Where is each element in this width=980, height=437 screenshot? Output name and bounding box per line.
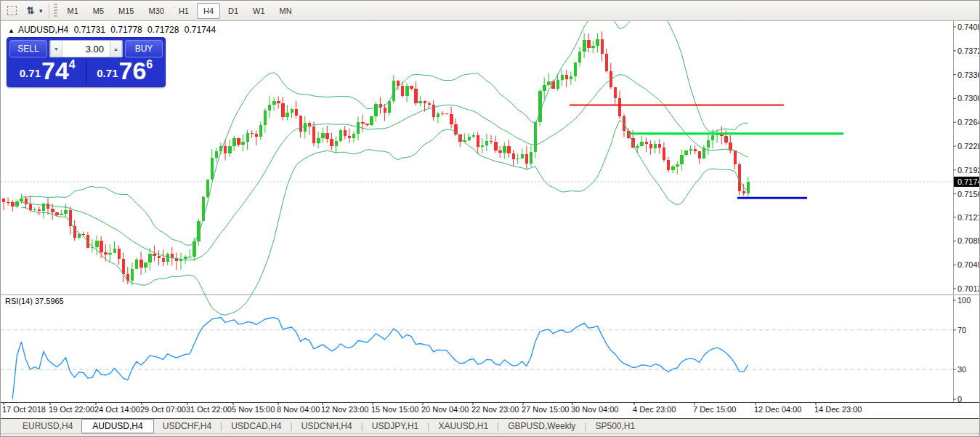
chart-tab-eurusd-h4[interactable]: EURUSD,H4 [14,420,81,433]
bottom-strip [1,433,980,437]
time-tick-label: 4 Dec 23:00 [633,405,676,414]
rsi-tick-label: 0 [957,395,962,404]
ohlc-open: 0.71731 [74,25,105,35]
ohlc-high: 0.71778 [110,25,142,35]
chart-tab-audusd-h4[interactable]: AUDUSD,H4 [81,419,153,433]
selection-rectangle-icon[interactable] [4,3,20,19]
timeframe-button-m1[interactable]: M1 [61,3,85,19]
price-axis[interactable]: 0.740800.737200.733600.730000.726400.722… [953,23,980,293]
time-tick-label: 12 Nov 23:00 [321,405,368,414]
timeframe-button-w1[interactable]: W1 [246,3,272,19]
indicators-dropdown-caret-icon[interactable]: ▾ [39,7,43,15]
chart-tab-sp500-h1[interactable]: SP500,H1 [587,420,644,433]
ohlc-low: 0.71728 [147,25,179,35]
timeframe-button-m30[interactable]: M30 [142,3,171,19]
timeframe-button-m15[interactable]: M15 [112,3,140,19]
chart-tab-usdchf-h4[interactable]: USDCHF,H4 [154,420,220,433]
sell-price-prefix: 0.71 [20,67,41,79]
timeframe-button-h1[interactable]: H1 [172,3,195,19]
time-tick-label: 12 Dec 04:00 [754,405,801,414]
current-price-tag: 0.71744 [957,177,980,186]
time-tick-label: 31 Oct 22:00 [186,405,232,414]
sell-button[interactable]: SELL [9,40,47,57]
time-tick-label: 15 Nov 15:00 [371,405,418,414]
price-tick-label: 0.73720 [957,47,980,55]
time-tick-label: 29 Oct 07:00 [140,405,186,414]
toolbar-grip [54,4,57,18]
chart-tabs-bar: EURUSD,H4AUDUSD,H4USDCHF,H4|USDCAD,H4|US… [1,419,980,433]
sell-price-pip: 4 [69,58,76,71]
time-tick-label: 24 Oct 14:00 [94,405,140,414]
time-tick-label: 20 Nov 04:00 [421,405,469,414]
price-tick-label: 0.72280 [957,142,980,151]
price-tick-label: 0.71210 [957,213,980,222]
price-tick-label: 0.73360 [957,71,980,79]
price-tick-label: 0.72640 [957,118,980,127]
symbol-period: AUDUSD,H4 [18,25,68,35]
volume-decrease-button[interactable]: ▼ [50,41,62,57]
panel-collapse-icon[interactable]: ▲ [8,27,15,34]
time-tick-label: 19 Oct 22:00 [49,405,94,414]
volume-increase-button[interactable]: ▲ [110,41,122,57]
buy-price-prefix: 0.71 [97,67,118,79]
timeframe-buttons: M1M5M15M30H1H4D1W1MN [60,3,299,19]
rsi-tick-label: 70 [957,326,966,334]
rsi-tick-label: 30 [957,365,966,374]
timeframe-button-d1[interactable]: D1 [222,3,245,19]
horizontal-trend-lines[interactable] [570,105,843,199]
time-tick-label: 17 Oct 2018 [2,405,46,414]
chart-tab-usdcnh-h4[interactable]: USDCNH,H4 [293,420,361,433]
mt4-window: ⇅ ▾ M1M5M15M30H1H4D1W1MN ▲AUDUSD,H4 0.71… [0,0,980,437]
chart-tab-usdjpy-h1[interactable]: USDJPY,H1 [363,420,427,433]
price-tick-label: 0.70490 [957,260,980,269]
rsi-tick-label: 100 [957,296,971,305]
ohlc-close: 0.71744 [185,25,216,35]
sell-price-display[interactable]: 0.71 74 4 [9,60,87,84]
price-tick-label: 0.71560 [957,190,980,199]
rsi-axis: 10070300 [953,296,971,404]
time-tick-label: 22 Nov 23:00 [471,405,519,414]
buy-price-pip: 6 [146,58,153,71]
price-tick-label: 0.71920 [957,166,980,175]
chart-tab-xauusd-h1[interactable]: XAUUSD,H1 [429,420,497,433]
toolbar-separator [49,4,49,18]
time-tick-label: 7 Dec 15:00 [693,405,736,414]
timeframe-button-mn[interactable]: MN [273,3,299,19]
sell-price-big: 74 [41,60,69,82]
price-tick-label: 0.70130 [957,284,980,293]
volume-stepper: ▼ ▲ [49,40,123,57]
time-tick-label: 30 Nov 04:00 [571,405,618,414]
buy-price-big: 76 [118,60,146,82]
price-tick-label: 0.70850 [957,236,980,245]
chart-tab-gbpusd-weekly[interactable]: GBPUSD,Weekly [499,420,584,433]
price-tick-label: 0.74080 [957,23,980,31]
toolbar: ⇅ ▾ M1M5M15M30H1H4D1W1MN [1,1,980,21]
buy-price-display[interactable]: 0.71 76 6 [87,60,163,84]
timeframe-button-m5[interactable]: M5 [86,3,110,19]
buy-button[interactable]: BUY [125,40,163,57]
rsi-indicator-label: RSI(14) 37.5965 [5,297,64,305]
time-tick-label: 5 Nov 15:00 [232,405,275,414]
price-tick-label: 0.73000 [957,94,980,103]
volume-input[interactable] [62,41,110,57]
current-price-marker: 0.71744 [1,177,980,187]
indicators-icon[interactable]: ⇅ [23,3,39,19]
one-click-trading-panel: SELL ▼ ▲ BUY 0.71 74 4 0.71 76 6 [7,37,166,87]
time-axis[interactable]: 17 Oct 201819 Oct 22:0024 Oct 14:0029 Oc… [2,402,862,414]
timeframe-button-h4[interactable]: H4 [197,3,220,19]
chart-tab-usdcad-h4[interactable]: USDCAD,H4 [222,420,290,433]
time-tick-label: 27 Nov 15:00 [522,405,569,414]
time-tick-label: 14 Dec 23:00 [814,405,862,414]
time-tick-label: 8 Nov 04:00 [277,405,320,414]
chart-title: ▲AUDUSD,H4 0.71731 0.71778 0.71728 0.717… [8,25,219,35]
